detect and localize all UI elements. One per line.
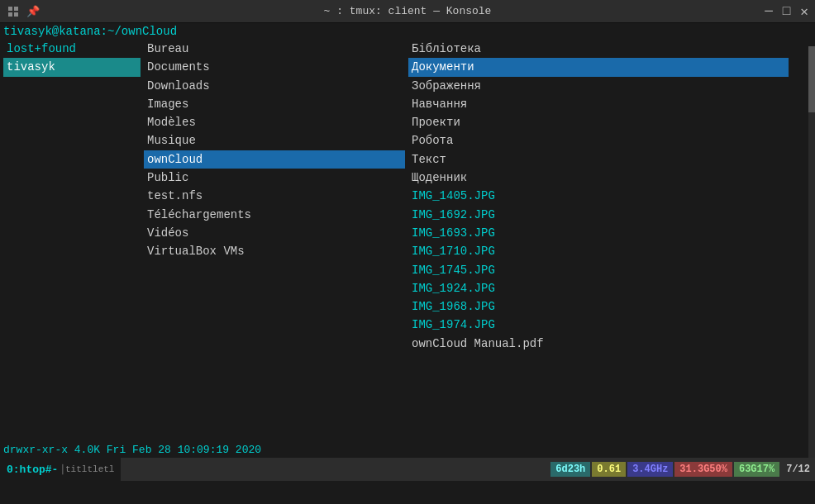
column-mid: Bureau Documents Downloads Images Modèle… xyxy=(141,40,405,353)
tmux-badge-uptime: 6d23h xyxy=(550,462,590,477)
tmux-badge-load: 0.61 xyxy=(592,462,626,477)
list-item[interactable]: Bureau xyxy=(144,40,405,58)
list-item[interactable]: lost+found xyxy=(3,40,141,58)
terminal-path: tivasyk@katana:~/ownCloud xyxy=(0,23,815,40)
list-item[interactable]: Images xyxy=(144,95,405,113)
list-item[interactable]: IMG_1710.JPG xyxy=(408,242,789,260)
column-left: lost+found tivasyk xyxy=(0,40,141,353)
svg-rect-2 xyxy=(8,12,12,17)
tmux-badge-cpu-freq: 3.4GHz xyxy=(627,462,673,477)
list-item[interactable]: IMG_1745.JPG xyxy=(408,261,789,279)
list-item[interactable]: Vidéos xyxy=(144,224,405,242)
tmux-tab-suffix: │titltletl xyxy=(60,464,114,474)
list-item[interactable]: Зображення xyxy=(408,77,789,95)
list-item[interactable]: IMG_1405.JPG xyxy=(408,187,789,205)
list-item[interactable]: Проекти xyxy=(408,113,789,131)
maximize-button[interactable]: □ xyxy=(783,4,791,19)
close-button[interactable]: ✕ xyxy=(800,3,808,20)
list-item[interactable]: Public xyxy=(144,169,405,187)
file-browser-columns: lost+found tivasyk Bureau Documents Down… xyxy=(0,40,815,353)
tmux-badge-disk: 63G17% xyxy=(734,462,779,477)
tmux-status-bar: 0:htop#- │titltletl 6d23h 0.61 3.4GHz 31… xyxy=(0,458,815,481)
status-text: drwxr-xr-x 4.0K Fri Feb 28 10:09:19 2020 xyxy=(3,444,261,456)
scrollbar-thumb[interactable] xyxy=(808,46,815,112)
list-item[interactable]: test.nfs xyxy=(144,187,405,205)
list-item[interactable]: Бібліотека xyxy=(408,40,789,58)
app-icon xyxy=(7,5,20,18)
list-item[interactable]: VirtualBox VMs xyxy=(144,242,405,260)
svg-rect-0 xyxy=(8,7,12,11)
window-controls[interactable]: ─ □ ✕ xyxy=(765,3,808,20)
list-item[interactable]: Щоденник xyxy=(408,169,789,187)
list-item[interactable]: Téléchargements xyxy=(144,206,405,224)
list-item[interactable]: IMG_1974.JPG xyxy=(408,316,789,334)
tmux-right-section: 6d23h 0.61 3.4GHz 31.3G50% 63G17% 7/12 xyxy=(550,462,815,477)
tmux-tab[interactable]: 0:htop#- │titltletl xyxy=(0,458,121,481)
list-item[interactable]: Modèles xyxy=(144,113,405,131)
list-item[interactable]: IMG_1968.JPG xyxy=(408,297,789,316)
tmux-badge-count: 7/12 xyxy=(781,462,815,477)
list-item[interactable]: Робота xyxy=(408,131,789,150)
list-item[interactable]: IMG_1693.JPG xyxy=(408,224,789,242)
status-bar: drwxr-xr-x 4.0K Fri Feb 28 10:09:19 2020 xyxy=(0,441,815,458)
titlebar-left: 📌 xyxy=(7,5,40,18)
terminal: tivasyk@katana:~/ownCloud lost+found tiv… xyxy=(0,23,815,481)
titlebar: 📌 ~ : tmux: client — Konsole ─ □ ✕ xyxy=(0,0,815,23)
list-item[interactable]: IMG_1692.JPG xyxy=(408,206,789,224)
svg-rect-1 xyxy=(14,7,18,11)
list-item[interactable]: Downloads xyxy=(144,77,405,95)
svg-rect-3 xyxy=(14,12,18,17)
window-title: ~ : tmux: client — Konsole xyxy=(324,5,492,17)
list-item[interactable]: Навчання xyxy=(408,95,789,113)
pin-icon: 📌 xyxy=(26,5,40,18)
list-item[interactable]: Текст xyxy=(408,150,789,169)
list-item[interactable]: ownCloud Manual.pdf xyxy=(408,335,789,353)
list-item[interactable]: tivasyk xyxy=(3,58,141,76)
tmux-badge-mem: 31.3G50% xyxy=(674,462,732,477)
list-item-selected[interactable]: Документи xyxy=(408,58,789,76)
tmux-tab-label: 0:htop#- xyxy=(7,464,58,476)
scrollbar[interactable] xyxy=(808,46,815,481)
column-right: Бібліотека Документи Зображення Навчання… xyxy=(405,40,789,353)
list-item-selected[interactable]: ownCloud xyxy=(144,150,405,169)
minimize-button[interactable]: ─ xyxy=(765,4,773,19)
list-item[interactable]: Documents xyxy=(144,58,405,76)
list-item[interactable]: IMG_1924.JPG xyxy=(408,279,789,297)
list-item[interactable]: Musique xyxy=(144,131,405,150)
